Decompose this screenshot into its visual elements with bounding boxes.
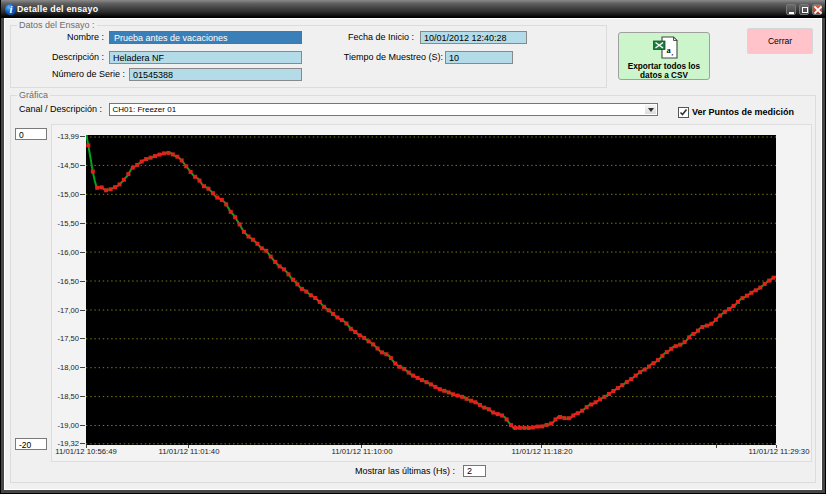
svg-text:i: i xyxy=(10,4,13,15)
